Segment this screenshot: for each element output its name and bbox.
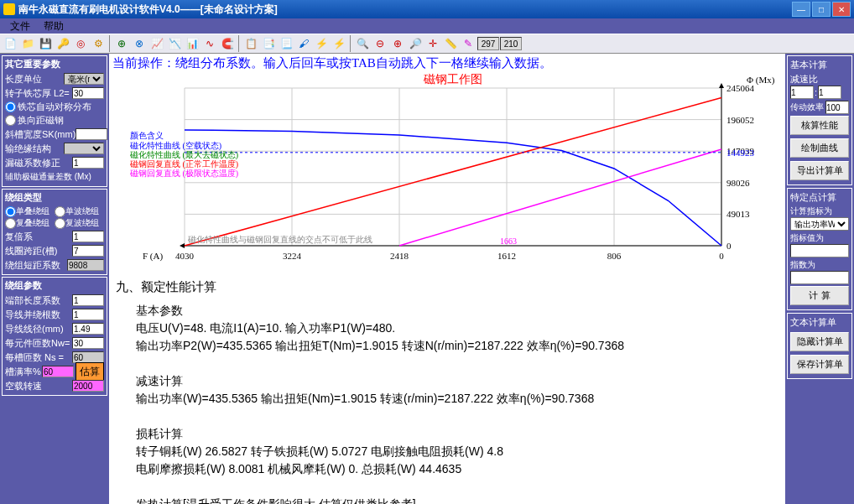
group-point-calc: 特定点计算 — [790, 191, 849, 204]
group-other-params: 其它重要参数 — [5, 58, 104, 70]
turns-input[interactable] — [72, 337, 104, 349]
l2-label: 转子铁芯厚 L2= — [5, 87, 72, 100]
svg-text:Φ (Mx): Φ (Mx) — [747, 75, 775, 86]
tool-chart1-icon[interactable]: 📈 — [148, 35, 165, 52]
svg-text:1663: 1663 — [500, 236, 517, 246]
calc-performance-button[interactable]: 核算性能 — [790, 116, 849, 135]
idle-input[interactable] — [72, 380, 104, 392]
svg-text:磁钢工作图: 磁钢工作图 — [423, 73, 482, 86]
draw-curve-button[interactable]: 绘制曲线 — [790, 138, 849, 158]
svg-text:0: 0 — [719, 251, 724, 261]
svg-text:3224: 3224 — [283, 251, 302, 261]
radio-commutator-magnet[interactable] — [5, 115, 16, 126]
toolbar-num2[interactable] — [500, 37, 522, 50]
tool-lightning2-icon[interactable]: ⚡ — [331, 35, 347, 52]
svg-text:4030: 4030 — [175, 251, 195, 261]
struct-label: 输绝缘结构 — [5, 143, 64, 155]
maximize-button[interactable]: □ — [812, 2, 831, 17]
estimate-button[interactable]: 估算 — [76, 362, 104, 382]
tool-zoomout-icon[interactable]: ⊖ — [372, 35, 388, 52]
menu-help[interactable]: 帮助 — [37, 18, 70, 34]
leak-input[interactable] — [72, 157, 104, 169]
tool-doc-icon[interactable]: 📃 — [278, 35, 294, 52]
eff-input[interactable] — [825, 101, 849, 114]
fill-input[interactable] — [42, 366, 74, 377]
radio-multi-wave[interactable] — [55, 218, 65, 229]
tool-chart3-icon[interactable]: 📊 — [184, 35, 200, 52]
tool-zoomin-icon[interactable]: ⊕ — [389, 35, 406, 52]
aux-label: 辅助极磁通量差数 (Mx) — [5, 171, 104, 183]
sk-input[interactable] — [76, 128, 107, 140]
svg-text:磁钢回复直线 (极限状态温度): 磁钢回复直线 (极限状态温度) — [129, 169, 238, 179]
tool-copy-icon[interactable]: 📑 — [260, 35, 277, 52]
minimize-button[interactable]: — — [792, 2, 810, 17]
tool-painter-icon[interactable]: 🖌 — [295, 35, 312, 52]
group-winding-type: 绕组类型 — [5, 191, 104, 204]
tool-ruler-icon[interactable]: 📏 — [442, 35, 459, 52]
tool-zoom-icon[interactable]: 🔎 — [407, 35, 424, 52]
svg-marker-27 — [719, 83, 724, 88]
export-sheet-button[interactable]: 导出计算单 — [790, 161, 849, 180]
app-icon — [3, 3, 15, 15]
tool-chart2-icon[interactable]: 📉 — [166, 35, 183, 52]
target-value-input[interactable] — [790, 244, 849, 257]
radio-single-wave[interactable] — [55, 206, 65, 217]
exponent-input[interactable] — [790, 271, 849, 284]
menu-file[interactable]: 文件 — [3, 18, 37, 34]
tool-save-icon[interactable]: 💾 — [37, 35, 54, 52]
tool-key-icon[interactable]: 🔑 — [55, 35, 71, 52]
tool-lightning1-icon[interactable]: ⚡ — [313, 35, 330, 52]
svg-marker-26 — [180, 243, 185, 248]
tool-motor1-icon[interactable]: ⊕ — [113, 35, 130, 52]
short-label: 绕组短距系数 — [5, 259, 67, 272]
end-input[interactable] — [72, 294, 104, 306]
dia-input[interactable] — [72, 323, 104, 335]
tool-paste-icon[interactable]: 📋 — [242, 35, 259, 52]
tool-new-icon[interactable]: 📄 — [2, 35, 18, 52]
target-select[interactable]: 输出功率W — [790, 217, 849, 231]
group-basic-calc: 基本计算 — [790, 59, 849, 71]
ratio-a-input[interactable] — [790, 86, 814, 99]
mult-label: 复倍系 — [5, 231, 72, 243]
compute-button[interactable]: 计 算 — [790, 286, 849, 305]
span-input[interactable] — [72, 245, 104, 257]
tool-open-icon[interactable]: 📁 — [19, 35, 36, 52]
radio-single-lap[interactable] — [5, 206, 16, 217]
svg-text:磁化特性曲线与磁钢回复直线的交点不可低于此线: 磁化特性曲线与磁钢回复直线的交点不可低于此线 — [187, 235, 372, 244]
tool-zoomfit-icon[interactable]: 🔍 — [354, 35, 371, 52]
leak-label: 漏磁系数修正 — [5, 157, 72, 169]
svg-text:806: 806 — [607, 251, 622, 261]
svg-text:F (A): F (A) — [143, 251, 163, 262]
group-text-sheet: 文本计算单 — [790, 316, 849, 329]
window-title: 南牛永磁直流有刷电机设计软件V4.0——[未命名设计方案] — [18, 3, 792, 17]
save-sheet-button[interactable]: 保存计算单 — [790, 355, 849, 374]
radio-auto-symmetric[interactable] — [5, 101, 16, 112]
svg-text:0: 0 — [726, 241, 732, 251]
svg-text:144923: 144923 — [726, 148, 755, 158]
mult-input[interactable] — [72, 231, 104, 242]
tool-pen-icon[interactable]: ✎ — [460, 35, 476, 52]
status-banner: 当前操作：绕组分布系数。输入后回车或按TAB自动跳入下一格继续输入数据。 — [109, 54, 785, 73]
svg-text:196052: 196052 — [726, 115, 754, 125]
tool-motor2-icon[interactable]: ⊗ — [131, 35, 148, 52]
tool-target-icon[interactable]: ◎ — [72, 35, 89, 52]
tool-chart4-icon[interactable]: ∿ — [201, 35, 218, 52]
chart-magnet-work: 4030322424181612806024506419605214703998… — [109, 73, 785, 269]
hide-sheet-button[interactable]: 隐藏计算单 — [790, 332, 849, 351]
ratio-b-input[interactable] — [818, 86, 841, 99]
length-unit-select[interactable]: 毫米(mm) — [64, 73, 104, 85]
toolbar-num1[interactable] — [477, 37, 499, 50]
tool-magnet-icon[interactable]: 🧲 — [219, 35, 236, 52]
tool-gear-icon[interactable]: ⚙ — [90, 35, 107, 52]
close-button[interactable]: ✕ — [832, 2, 851, 17]
par-input[interactable] — [72, 309, 104, 320]
turns-label: 每元件匝数Nw= — [5, 337, 72, 350]
radio-multi-lap[interactable] — [5, 218, 16, 229]
l2-input[interactable] — [72, 87, 104, 99]
idle-label: 空载转速 — [5, 380, 72, 392]
short-input[interactable] — [67, 259, 104, 271]
tool-crosshair-icon[interactable]: ✛ — [424, 35, 441, 52]
struct-select[interactable] — [64, 143, 104, 154]
svg-text:49013: 49013 — [726, 209, 750, 219]
group-winding-params: 绕组参数 — [5, 279, 104, 292]
